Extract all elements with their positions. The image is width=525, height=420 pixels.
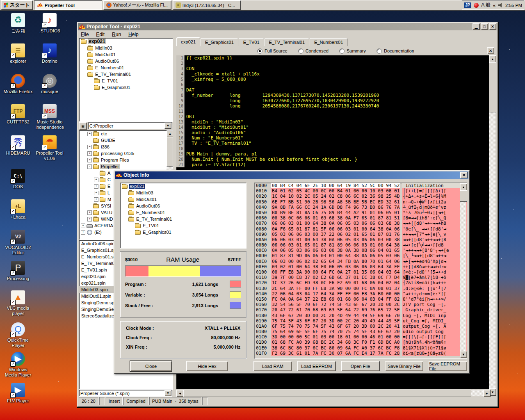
tray-app-icon[interactable] bbox=[474, 3, 479, 8]
editor-tab[interactable]: E_Numbers01 bbox=[310, 38, 347, 46]
object-tree-item[interactable]: MidiIn03 bbox=[120, 189, 246, 196]
desktop-icon-cutftp32[interactable]: FTPCUTFTP32 bbox=[3, 104, 33, 125]
directory-tree-item[interactable]: GUIDE bbox=[79, 137, 173, 144]
scroll-up-icon[interactable]: ▲ bbox=[167, 130, 173, 137]
dialog-action-button[interactable]: Save EEPROM File bbox=[429, 361, 467, 371]
desktop-icon-firefox[interactable]: Mozilla Firefox bbox=[3, 74, 33, 94]
object-tree-item[interactable]: E_Numbers01 bbox=[120, 209, 246, 216]
start-button[interactable]: スタート bbox=[1, 0, 33, 10]
hex-scrollbar[interactable]: ▲ ▼ bbox=[460, 183, 466, 358]
volume-icon[interactable] bbox=[498, 3, 503, 7]
desktop-icon-processing[interactable]: PProcessing bbox=[3, 261, 33, 281]
hex-dump-panel[interactable]: 0000 00 B4 C4 04 6F 2E 10 00 64 19 84 52… bbox=[254, 183, 467, 359]
desktop-icon-hidemaru[interactable]: 秀HIDEMARU bbox=[3, 135, 33, 156]
dialog-action-button[interactable]: Load EEPROM bbox=[297, 361, 336, 371]
scroll-thumb[interactable] bbox=[183, 390, 471, 397]
scroll-thumb[interactable] bbox=[460, 190, 467, 202]
object-tree-item[interactable]: AudioOut06 bbox=[120, 203, 246, 209]
directory-tree-item[interactable]: + etc bbox=[79, 130, 173, 137]
taskbar-window-firefox[interactable]: Yahoo!メール - Mozilla Fi... bbox=[103, 0, 171, 10]
expand-toggle-icon[interactable]: + bbox=[87, 132, 92, 136]
expand-toggle-icon[interactable]: + bbox=[87, 158, 92, 162]
editor-close-button[interactable]: ✕ bbox=[487, 47, 494, 54]
desktop-icon-musique[interactable]: ◎musique bbox=[35, 74, 64, 94]
desktop-icon-flv[interactable]: ▶FLV Player bbox=[3, 383, 33, 404]
expand-toggle-icon[interactable]: + bbox=[81, 230, 85, 235]
editor-tab[interactable]: E_Graphics01 bbox=[201, 38, 238, 46]
editor-tab[interactable]: E_TV_Terminal01 bbox=[265, 38, 309, 46]
object-tree-item[interactable]: MidiIn03 bbox=[79, 45, 173, 51]
expand-toggle-icon[interactable]: + bbox=[87, 151, 92, 156]
scroll-down-icon[interactable]: ▼ bbox=[460, 351, 467, 358]
desktop-icon-lhaca[interactable]: +L+Lhaca bbox=[3, 199, 33, 220]
hide-hex-button[interactable]: Hide Hex bbox=[186, 361, 228, 371]
expand-toggle-icon[interactable]: + bbox=[94, 191, 98, 195]
ime-mode-indicator[interactable]: A 般 bbox=[481, 2, 491, 9]
editor-tab[interactable]: exp021 bbox=[176, 37, 200, 46]
close-button[interactable]: ✕ bbox=[489, 23, 496, 30]
editor-horizontal-scrollbar[interactable]: ◄ ► bbox=[176, 390, 491, 396]
filter-combobox[interactable]: Propeller Source (*.spin) ▼ bbox=[79, 390, 172, 397]
expand-toggle-icon[interactable]: + bbox=[87, 145, 92, 149]
ime-language-icon[interactable]: JP bbox=[464, 2, 471, 8]
object-tree-item[interactable]: exp021 bbox=[120, 183, 246, 189]
object-tree-item[interactable]: E_Graphics01 bbox=[120, 229, 246, 235]
tree-view-toggle-button[interactable]: ⊞ bbox=[79, 122, 87, 130]
taskbar-window-propeller[interactable]: Propeller Tool bbox=[34, 0, 102, 10]
dialog-action-button[interactable]: Load RAM bbox=[253, 361, 292, 371]
view-mode-radio[interactable]: Condensed bbox=[298, 48, 329, 54]
view-mode-radio[interactable]: Full Source bbox=[257, 48, 288, 54]
dialog-action-button[interactable]: Save Binary File bbox=[385, 361, 423, 371]
object-tree-item[interactable]: MidiOut01 bbox=[120, 196, 246, 203]
desktop-icon-explorer[interactable]: ≡explorer bbox=[3, 43, 33, 64]
minimize-button[interactable]: ▁ bbox=[472, 23, 480, 30]
expand-toggle-icon[interactable]: + bbox=[81, 224, 85, 228]
scroll-up-icon[interactable]: ▲ bbox=[489, 55, 496, 63]
menu-help[interactable]: Help bbox=[128, 32, 139, 37]
dialog-title-bar[interactable]: Object Info ✕ bbox=[115, 171, 468, 179]
editor-vertical-scrollbar[interactable]: ▲ ▼ bbox=[489, 55, 495, 396]
desktop-icon-vocaloid2[interactable]: V2VOCALOID2 Editor bbox=[3, 230, 33, 256]
desktop-icon-music-studio[interactable]: MSSMusic Studio Independence bbox=[35, 104, 64, 130]
expand-toggle-icon[interactable]: + bbox=[87, 210, 92, 215]
desktop-icon-studio3[interactable]: ♪.STUDIO3 bbox=[35, 13, 64, 34]
scroll-thumb[interactable] bbox=[167, 137, 173, 167]
desktop-icon-vlc[interactable]: ▲VLC media player bbox=[3, 290, 33, 316]
expand-toggle-icon[interactable]: + bbox=[94, 178, 98, 182]
directory-tree-item[interactable]: + Program Files bbox=[79, 157, 173, 163]
expand-toggle-icon[interactable]: - bbox=[87, 164, 92, 169]
expand-toggle-icon[interactable]: + bbox=[94, 197, 98, 202]
desktop-icon-trash[interactable]: ♻ごみ箱 bbox=[3, 13, 33, 34]
scroll-up-icon[interactable]: ▲ bbox=[460, 183, 467, 191]
close-button[interactable]: Close bbox=[130, 361, 172, 371]
directory-tree-item[interactable]: - Propeller bbox=[79, 163, 173, 170]
directory-tree-item[interactable]: + i386 bbox=[79, 144, 173, 150]
menu-run[interactable]: Run bbox=[112, 32, 121, 37]
maximize-button[interactable]: □ bbox=[481, 23, 488, 30]
object-tree-item[interactable]: exp021 bbox=[79, 38, 173, 45]
dialog-action-button[interactable]: Open File bbox=[341, 361, 380, 371]
object-tree-item[interactable]: E_TV_Terminal01 bbox=[120, 216, 246, 222]
dropdown-arrow-icon[interactable]: ▼ bbox=[164, 123, 171, 129]
desktop-icon-propeller-tool[interactable]: ☂Propeller Tool v1.06 bbox=[35, 135, 64, 161]
directory-tree-item[interactable]: + processing-0135 bbox=[79, 150, 173, 157]
object-tree-item[interactable]: E_TV01 bbox=[120, 222, 246, 229]
expand-toggle-icon[interactable]: + bbox=[94, 184, 98, 189]
object-tree-item[interactable]: E_TV01 bbox=[79, 78, 173, 84]
scroll-right-icon[interactable]: ► bbox=[483, 390, 491, 397]
path-combobox[interactable]: C:\Propeller ▼ bbox=[88, 122, 172, 129]
scroll-left-icon[interactable]: ◄ bbox=[176, 390, 184, 397]
desktop-icon-quicktime[interactable]: QQuickTime Player bbox=[3, 322, 33, 348]
tray-collapse-button[interactable]: « bbox=[493, 3, 495, 8]
desktop-icon-wmp[interactable]: ▶Windows Media Player bbox=[3, 352, 33, 378]
view-mode-radio[interactable]: Summary bbox=[339, 48, 366, 54]
object-tree-item[interactable]: E_TV_Terminal01 bbox=[79, 71, 173, 78]
desktop-icon-dos[interactable]: C:\DOS bbox=[3, 169, 33, 189]
dialog-close-button[interactable]: ✕ bbox=[460, 172, 468, 178]
dropdown-arrow-icon[interactable]: ▼ bbox=[164, 390, 171, 396]
menu-file[interactable]: File bbox=[81, 32, 89, 37]
object-tree-item[interactable]: E_Graphics01 bbox=[79, 84, 173, 91]
taskbar-window-indy3[interactable]: ⌗ Indy3 (172.16.65.34) - C... bbox=[173, 0, 241, 10]
object-tree-item[interactable]: E_Numbers01 bbox=[79, 64, 173, 71]
editor-tab[interactable]: E_TV01 bbox=[239, 38, 264, 46]
